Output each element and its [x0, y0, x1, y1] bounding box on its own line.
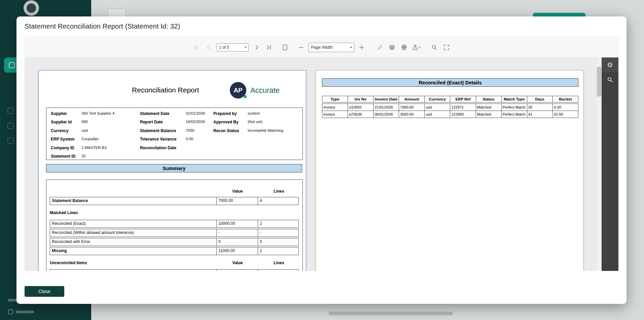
- info-label: Statement Date: [140, 111, 186, 120]
- column-header: ERP Ref: [450, 96, 476, 103]
- first-page-icon: [193, 44, 200, 51]
- info-value: 1 MASTER B3: [81, 146, 107, 154]
- column-header: Days: [527, 96, 553, 103]
- viewer-toolbar: 1 of 5 ▾ Page Width ▾: [25, 37, 618, 57]
- settings-button[interactable]: ⚙: [602, 57, 618, 72]
- row-value: 11000.00: [216, 247, 258, 255]
- row-value: 7000.00: [216, 197, 258, 205]
- plus-icon: [358, 44, 365, 51]
- info-column-3: Prepared bysystem Approved By(Not yet) R…: [213, 111, 283, 137]
- fullscreen-button[interactable]: [442, 43, 451, 52]
- export-button[interactable]: ▾: [412, 43, 421, 52]
- next-page-icon: [253, 44, 260, 51]
- info-label: Recon Status: [213, 128, 248, 137]
- row-lines: [258, 269, 299, 271]
- info-label: ERP System: [51, 137, 81, 145]
- chevron-down-icon: ▾: [419, 46, 421, 49]
- info-label: Approved By: [213, 120, 248, 128]
- panel-search-button[interactable]: [602, 72, 618, 87]
- info-label: Prepared by: [213, 111, 248, 120]
- info-label: Report Date: [140, 120, 186, 128]
- print-button[interactable]: [387, 43, 397, 52]
- ap-logo-dot: [244, 95, 247, 98]
- info-label: Supplier: [51, 111, 81, 120]
- previous-page-button[interactable]: [204, 43, 213, 52]
- info-label: Reconcilation Date: [140, 146, 186, 154]
- search-button[interactable]: [430, 43, 439, 52]
- viewer-scrollbar[interactable]: [596, 57, 602, 271]
- info-value: 0.00: [186, 137, 193, 145]
- previous-page-icon: [205, 44, 212, 51]
- column-header: Bucket: [552, 96, 578, 103]
- info-value: CoupaApi: [81, 137, 99, 145]
- row-lines: 2: [258, 247, 299, 255]
- chevron-down-icon: ▾: [350, 45, 352, 49]
- info-value: 32: [81, 154, 86, 162]
- fullscreen-icon: [443, 44, 450, 51]
- info-label: Statement ID: [51, 154, 81, 162]
- cell: 06/01/2026: [373, 111, 399, 118]
- export-icon: [412, 44, 419, 51]
- report-viewer: Reconciliation Report AP Accurate Suppli…: [25, 57, 618, 271]
- report-title: Reconciliation Report: [132, 86, 199, 94]
- next-page-button[interactable]: [252, 43, 261, 52]
- row-label: Reconciled (Within allowed amount tolera…: [50, 229, 217, 237]
- edit-parameters-button[interactable]: [375, 43, 385, 52]
- row-value: [216, 269, 258, 271]
- info-label: Tolerance Variance: [140, 137, 186, 145]
- cell: 26: [527, 104, 553, 111]
- info-label: Statement Balance: [140, 128, 186, 137]
- zoom-mode-value: Page Width: [311, 45, 333, 50]
- cell: 122971: [450, 104, 476, 111]
- lines-column-header: Lines: [258, 189, 299, 194]
- table-row: Invoice si10001 21/01/2026 7000.00 usd 1…: [322, 104, 578, 111]
- table-row: Invoice si76539 06/01/2026 3000.00 usd 1…: [322, 111, 578, 118]
- column-header: Status: [476, 96, 502, 103]
- ap-logo-name: Accurate: [250, 86, 280, 95]
- column-header: Match Type: [501, 96, 527, 103]
- row-lines: -: [258, 229, 299, 237]
- table-row: [50, 269, 299, 271]
- scrollbar-thumb[interactable]: [597, 67, 601, 96]
- pencil-icon: [377, 44, 383, 51]
- printer-icon: [389, 44, 395, 51]
- info-value: Incomplete Matching: [248, 128, 283, 137]
- page-number-value: 1 of 5: [219, 45, 229, 50]
- zoom-in-button[interactable]: [357, 43, 366, 52]
- cell: 0-30: [552, 104, 578, 111]
- first-page-button[interactable]: [192, 43, 201, 52]
- printer-pages-icon: [401, 44, 407, 51]
- minus-icon: [298, 44, 305, 51]
- details-table: Type Inv No Invoice Date Amount Currency…: [322, 96, 578, 118]
- single-page-icon: [282, 44, 288, 51]
- value-column-header: Value: [217, 189, 258, 194]
- info-value: system: [248, 111, 260, 120]
- ap-logo-text: AP: [234, 87, 242, 94]
- row-lines: 2: [258, 220, 299, 228]
- row-label: Statement Balance: [50, 197, 217, 205]
- info-value: 31/01/2026: [186, 111, 205, 120]
- last-page-button[interactable]: [264, 43, 274, 52]
- zoom-out-button[interactable]: [296, 43, 306, 52]
- summary-table: Value Lines Statement Balance 7000.00 4 …: [46, 179, 303, 271]
- cell: 122969: [450, 111, 476, 118]
- gear-icon: ⚙: [607, 62, 613, 68]
- lines-column-header: Lines: [258, 261, 299, 265]
- page-number-select[interactable]: 1 of 5 ▾: [217, 43, 249, 51]
- cell: usd: [424, 111, 450, 118]
- info-label: Supplier Id: [51, 120, 81, 128]
- last-page-icon: [265, 44, 272, 51]
- zoom-mode-select[interactable]: Page Width ▾: [309, 43, 354, 52]
- cell: Matched: [476, 111, 502, 118]
- report-page-1: Reconciliation Report AP Accurate Suppli…: [38, 70, 306, 271]
- close-button[interactable]: Close: [25, 286, 64, 297]
- row-lines: 0: [258, 238, 299, 246]
- info-value: 990: [81, 120, 88, 128]
- table-header-row: Type Inv No Invoice Date Amount Currency…: [322, 96, 578, 103]
- row-label: Reconciled with Error: [50, 238, 217, 246]
- row-value: 10000.00: [216, 220, 258, 228]
- single-page-view-button[interactable]: [280, 43, 290, 52]
- column-header: Type: [322, 96, 348, 103]
- print-all-button[interactable]: [399, 43, 409, 52]
- table-row: Statement Balance 7000.00 4: [50, 197, 299, 205]
